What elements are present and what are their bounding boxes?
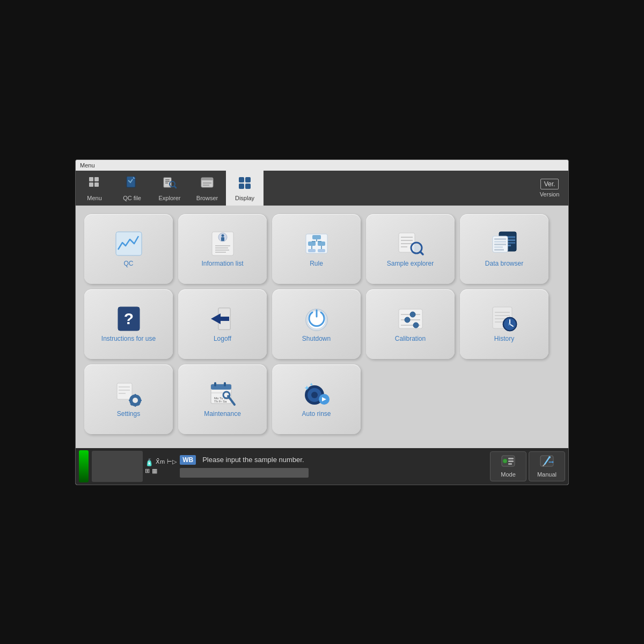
bottle-icon: 🧴 <box>145 458 153 466</box>
svg-rect-91 <box>135 394 136 396</box>
grid-item-instructions[interactable]: ? Instructions for use <box>84 289 173 359</box>
browser-icon <box>200 175 215 193</box>
flow-symbol: ⊢▷ <box>167 458 177 466</box>
svg-rect-0 <box>89 177 93 181</box>
qc-label: QC <box>124 260 134 267</box>
svg-point-72 <box>405 317 410 323</box>
grid-small-icon: ⊞ <box>145 467 150 474</box>
sample-explorer-icon <box>397 231 425 257</box>
settings-icon <box>115 381 143 407</box>
mode-button[interactable]: Mode <box>490 451 526 481</box>
qcfile-icon <box>125 175 140 193</box>
toolbar-item-display[interactable]: Display <box>226 171 264 206</box>
toolbar-display-label: Display <box>235 195 254 201</box>
svg-rect-56 <box>494 244 506 245</box>
svg-rect-38 <box>308 249 316 252</box>
svg-marker-64 <box>211 313 221 324</box>
maintenance-label: Maintenance <box>204 410 241 418</box>
svg-point-116 <box>503 459 507 463</box>
rule-label: Rule <box>310 260 323 267</box>
grid-item-maintenance[interactable]: Mo Tu We Th Fr Sa Maintenance <box>178 364 267 434</box>
svg-rect-117 <box>508 458 514 459</box>
toolbar-browser-label: Browser <box>196 195 218 201</box>
version-button[interactable]: Ver. Version <box>531 171 568 206</box>
grid-item-auto-rinse[interactable]: ✦ ✦ Auto rinse <box>272 364 361 434</box>
sample-explorer-label: Sample explorer <box>387 260 434 267</box>
explorer-icon <box>162 175 177 193</box>
toolbar-item-browser[interactable]: Browser <box>188 171 226 206</box>
mode-icon <box>501 455 516 470</box>
svg-rect-54 <box>494 238 506 240</box>
svg-line-123 <box>543 465 544 466</box>
rule-icon <box>303 231 331 257</box>
data-browser-icon <box>491 231 518 257</box>
status-icons: 🧴 X̄m ⊢▷ ⊞ ▦ <box>145 458 177 474</box>
grid-item-calibration[interactable]: Calibration <box>366 289 455 359</box>
svg-point-74 <box>413 323 419 328</box>
svg-point-23 <box>221 234 224 237</box>
information-list-label: Information list <box>201 260 243 267</box>
svg-rect-33 <box>318 241 325 246</box>
svg-rect-55 <box>494 241 506 243</box>
logoff-icon <box>209 306 237 332</box>
toolbar-item-explorer[interactable]: Explorer <box>151 171 188 206</box>
auto-rinse-icon: ✦ ✦ <box>303 381 331 407</box>
status-indicator <box>79 450 89 482</box>
table-small-icon: ▦ <box>152 467 157 474</box>
information-list-icon <box>209 231 237 257</box>
svg-rect-92 <box>135 405 136 407</box>
grid-item-information-list[interactable]: Information list <box>178 214 267 284</box>
svg-rect-57 <box>494 246 503 248</box>
svg-rect-3 <box>94 182 99 187</box>
svg-rect-94 <box>140 400 142 401</box>
grid-item-shutdown[interactable]: Shutdown <box>272 289 361 359</box>
grid-row-1: QC Information list <box>84 214 560 284</box>
grid-item-settings[interactable]: Settings <box>84 364 173 434</box>
menu-icon <box>87 175 102 193</box>
history-icon <box>491 306 518 332</box>
status-message: Please input the sample number. <box>202 456 490 464</box>
svg-point-47 <box>413 244 420 252</box>
grid-item-data-browser[interactable]: Data browser <box>460 214 548 284</box>
menu-label: Menu <box>76 160 568 171</box>
display-icon <box>237 175 252 193</box>
svg-point-122 <box>548 456 551 458</box>
calibration-label: Calibration <box>395 335 426 342</box>
grid-item-rule[interactable]: Rule <box>272 214 361 284</box>
auto-rinse-label: Auto rinse <box>302 410 331 418</box>
svg-text:Th Fr Sa: Th Fr Sa <box>214 400 227 403</box>
wb-badge: WB <box>180 455 196 465</box>
svg-rect-101 <box>214 382 216 386</box>
svg-rect-30 <box>312 235 321 239</box>
status-mid: WB Please input the sample number. <box>180 453 490 480</box>
shutdown-icon <box>303 306 331 332</box>
svg-rect-15 <box>239 177 244 182</box>
grid-item-sample-explorer[interactable]: Sample explorer <box>366 214 455 284</box>
shutdown-label: Shutdown <box>302 335 331 342</box>
svg-rect-16 <box>245 177 251 182</box>
grid-item-history[interactable]: History <box>460 289 548 359</box>
svg-rect-40 <box>399 233 415 252</box>
version-box: Ver. <box>540 179 559 189</box>
svg-rect-32 <box>308 241 316 246</box>
svg-point-110 <box>311 392 318 398</box>
toolbar: Menu QC file <box>76 171 568 206</box>
status-input[interactable] <box>180 468 309 478</box>
svg-rect-17 <box>239 184 244 189</box>
svg-rect-2 <box>89 182 93 187</box>
toolbar-item-menu[interactable]: Menu <box>76 171 113 206</box>
svg-rect-39 <box>318 249 325 252</box>
svg-rect-1 <box>94 177 99 181</box>
calibration-icon <box>397 306 425 332</box>
toolbar-explorer-label: Explorer <box>159 195 181 201</box>
mode-label: Mode <box>501 471 516 478</box>
instructions-label: Instructions for use <box>101 335 156 342</box>
status-bar: 🧴 X̄m ⊢▷ ⊞ ▦ WB Please input the sample … <box>76 448 568 485</box>
grid-item-logoff[interactable]: Logoff <box>178 289 267 359</box>
history-label: History <box>494 335 514 342</box>
manual-button[interactable]: Manual <box>529 451 565 481</box>
manual-icon <box>539 455 554 470</box>
maintenance-icon: Mo Tu We Th Fr Sa <box>209 381 237 407</box>
toolbar-item-qcfile[interactable]: QC file <box>113 171 151 206</box>
grid-item-qc[interactable]: QC <box>84 214 173 284</box>
